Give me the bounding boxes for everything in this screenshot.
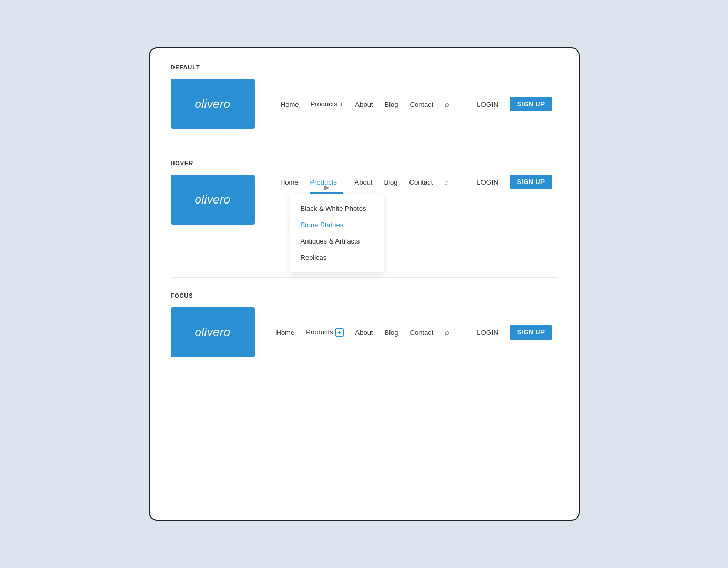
- default-logo-block: olivero: [171, 79, 255, 129]
- dropdown-item-antiques[interactable]: Antiques & Artifacts: [290, 233, 384, 249]
- hover-nav-row: Home Products − ▶ About Blog Contact: [280, 175, 552, 189]
- focus-search-icon[interactable]: ⌕: [445, 328, 449, 337]
- hover-logo-text: olivero: [195, 193, 231, 207]
- focus-products-link[interactable]: Products +: [306, 328, 343, 337]
- default-signup-button[interactable]: SIGN UP: [510, 97, 552, 111]
- focus-about-link[interactable]: About: [355, 329, 373, 337]
- focus-home-link[interactable]: Home: [276, 329, 295, 337]
- focus-logo-block: olivero: [171, 307, 255, 357]
- focus-blog-link[interactable]: Blog: [384, 329, 398, 337]
- focus-login-link[interactable]: LOGIN: [477, 329, 498, 337]
- hover-content: olivero Home Products − ▶: [171, 175, 558, 225]
- focus-contact-link[interactable]: Contact: [410, 329, 434, 337]
- sep-1: [171, 145, 558, 145]
- focus-nav: Home Products + About Blog Contact ⌕ LOG…: [255, 325, 558, 340]
- hover-label: HOVER: [171, 160, 558, 166]
- sep-2: [171, 277, 558, 278]
- default-login-link[interactable]: LOGIN: [477, 100, 498, 108]
- hover-cursor-icon: ▶: [324, 183, 330, 191]
- default-home-link[interactable]: Home: [281, 100, 299, 108]
- default-nav-links: Home Products + About Blog Contact ⌕ LOG…: [281, 97, 552, 111]
- default-products-link[interactable]: Products +: [311, 100, 344, 108]
- hover-about-link[interactable]: About: [355, 178, 373, 186]
- default-content: olivero Home Products + About Blog Conta…: [171, 79, 558, 129]
- hover-search-icon[interactable]: ⌕: [444, 178, 449, 187]
- focus-products-plus-box: +: [335, 328, 344, 337]
- default-blog-link[interactable]: Blog: [384, 100, 398, 108]
- hover-login-link[interactable]: LOGIN: [477, 178, 498, 186]
- focus-label: FOCUS: [171, 292, 558, 299]
- dropdown-item-bw-photos[interactable]: Black & White Photos: [290, 200, 384, 217]
- dropdown-item-stone-statues[interactable]: Stone Statues: [290, 217, 384, 233]
- default-products-plus-icon: +: [340, 100, 344, 108]
- hover-dropdown: Black & White Photos Stone Statues Antiq…: [290, 194, 384, 272]
- focus-content: olivero Home Products + About Blog Conta…: [171, 307, 558, 357]
- default-logo-text: olivero: [195, 97, 231, 111]
- default-about-link[interactable]: About: [355, 100, 373, 108]
- focus-nav-links: Home Products + About Blog Contact ⌕ LOG…: [276, 325, 552, 340]
- default-nav: Home Products + About Blog Contact ⌕ LOG…: [255, 97, 558, 111]
- focus-signup-button[interactable]: SIGN UP: [510, 325, 552, 340]
- main-card: DEFAULT olivero Home Products + About Bl…: [149, 47, 580, 521]
- default-contact-link[interactable]: Contact: [410, 100, 434, 108]
- default-search-icon[interactable]: ⌕: [445, 99, 449, 108]
- hover-home-link[interactable]: Home: [280, 178, 299, 186]
- hover-logo-block: olivero: [171, 175, 255, 225]
- default-label: DEFAULT: [171, 64, 558, 70]
- hover-divider: [463, 177, 463, 187]
- hover-products-wrapper: Products − ▶: [310, 178, 343, 186]
- hover-state-section: HOVER olivero Home Products −: [171, 160, 558, 225]
- hover-nav: Home Products − ▶ About Blog Contact: [255, 175, 558, 189]
- focus-state-section: FOCUS olivero Home Products + About Blog: [171, 292, 558, 357]
- hover-contact-link[interactable]: Contact: [409, 178, 433, 186]
- hover-signup-button[interactable]: SIGN UP: [510, 175, 552, 189]
- focus-logo-text: olivero: [195, 326, 231, 339]
- default-state-section: DEFAULT olivero Home Products + About Bl…: [171, 64, 558, 129]
- hover-blog-link[interactable]: Blog: [384, 178, 397, 186]
- dropdown-item-replicas[interactable]: Replicas: [290, 249, 384, 266]
- hover-products-dash-icon: −: [339, 178, 343, 186]
